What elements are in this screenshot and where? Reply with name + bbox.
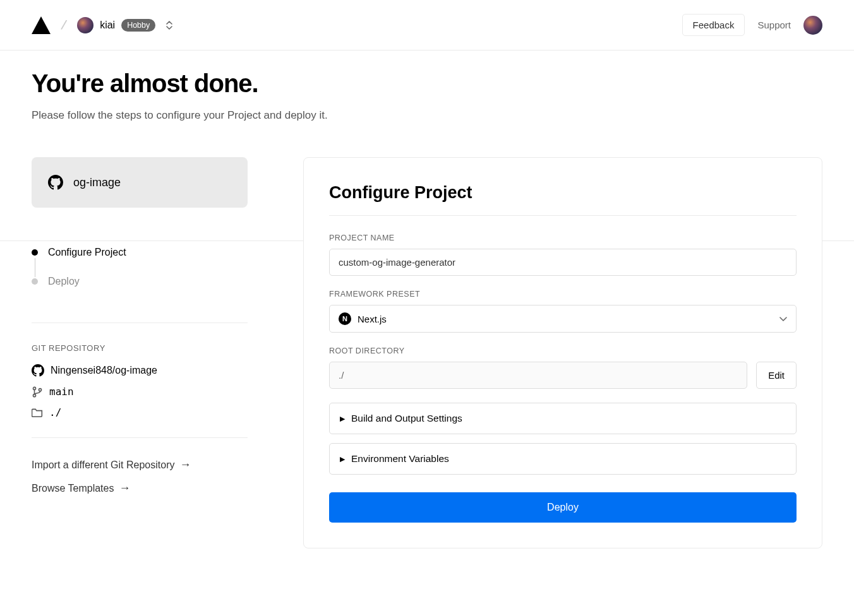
step-deploy: Deploy: [32, 276, 248, 287]
framework-preset-value: Next.js: [358, 314, 387, 324]
git-repo-section-label: GIT REPOSITORY: [32, 343, 248, 353]
plan-badge: Hobby: [121, 19, 155, 32]
branch-icon: [32, 386, 43, 398]
git-branch: main: [49, 386, 74, 398]
step-label: Deploy: [48, 276, 80, 287]
root-directory-input: [329, 362, 747, 389]
git-dir: ./: [49, 406, 61, 418]
arrow-right-icon: →: [179, 458, 191, 471]
scope-chevrons-icon[interactable]: [165, 21, 173, 30]
divider: [32, 437, 248, 438]
repo-card: og-image: [32, 157, 248, 208]
scope-avatar: [77, 17, 93, 33]
scope-name: kiai: [100, 20, 115, 31]
edit-root-dir-button[interactable]: Edit: [756, 362, 797, 389]
divider: [32, 323, 248, 323]
step-dot-inactive-icon: [32, 278, 38, 285]
project-name-label: PROJECT NAME: [329, 234, 797, 242]
git-branch-row: main: [32, 386, 248, 398]
svg-point-0: [33, 387, 35, 389]
git-repo-path: Ningensei848/og-image: [51, 365, 157, 376]
github-icon: [48, 175, 63, 190]
svg-point-1: [33, 394, 35, 396]
browse-templates-link[interactable]: Browse Templates →: [32, 482, 248, 495]
feedback-button[interactable]: Feedback: [682, 14, 745, 36]
configure-project-card: Configure Project PROJECT NAME FRAMEWORK…: [303, 157, 822, 548]
build-output-settings-toggle[interactable]: ▶ Build and Output Settings: [329, 403, 797, 434]
step-dot-active-icon: [32, 249, 38, 256]
git-dir-row: ./: [32, 406, 248, 418]
arrow-right-icon: →: [119, 482, 130, 495]
env-vars-label: Environment Variables: [351, 453, 449, 465]
user-avatar[interactable]: [803, 16, 822, 35]
nextjs-icon: N: [339, 312, 351, 325]
page-subtitle: Please follow the steps to configure you…: [32, 109, 822, 122]
step-label: Configure Project: [48, 247, 126, 258]
build-output-label: Build and Output Settings: [351, 413, 462, 424]
git-repo-link[interactable]: Ningensei848/og-image: [32, 364, 248, 377]
page-title: You're almost done.: [32, 69, 822, 98]
repo-name: og-image: [73, 176, 121, 189]
breadcrumb-slash: /: [60, 16, 68, 33]
card-title: Configure Project: [329, 183, 797, 203]
framework-preset-select[interactable]: N Next.js: [329, 305, 797, 333]
support-link[interactable]: Support: [757, 20, 791, 30]
vercel-logo[interactable]: [32, 16, 51, 34]
triangle-right-icon: ▶: [340, 415, 345, 423]
environment-variables-toggle[interactable]: ▶ Environment Variables: [329, 443, 797, 475]
deploy-button[interactable]: Deploy: [329, 492, 797, 523]
scope-switcher[interactable]: kiai Hobby: [77, 17, 173, 33]
svg-point-2: [39, 388, 41, 391]
framework-preset-label: FRAMEWORK PRESET: [329, 290, 797, 299]
folder-icon: [32, 407, 43, 418]
import-different-repo-link[interactable]: Import a different Git Repository →: [32, 458, 248, 471]
triangle-right-icon: ▶: [340, 455, 345, 463]
github-icon: [32, 364, 44, 377]
steps-list: Configure Project Deploy: [32, 247, 248, 287]
project-name-input[interactable]: [329, 249, 797, 276]
step-configure[interactable]: Configure Project: [32, 247, 248, 258]
divider: [329, 215, 797, 216]
root-directory-label: ROOT DIRECTORY: [329, 346, 797, 355]
